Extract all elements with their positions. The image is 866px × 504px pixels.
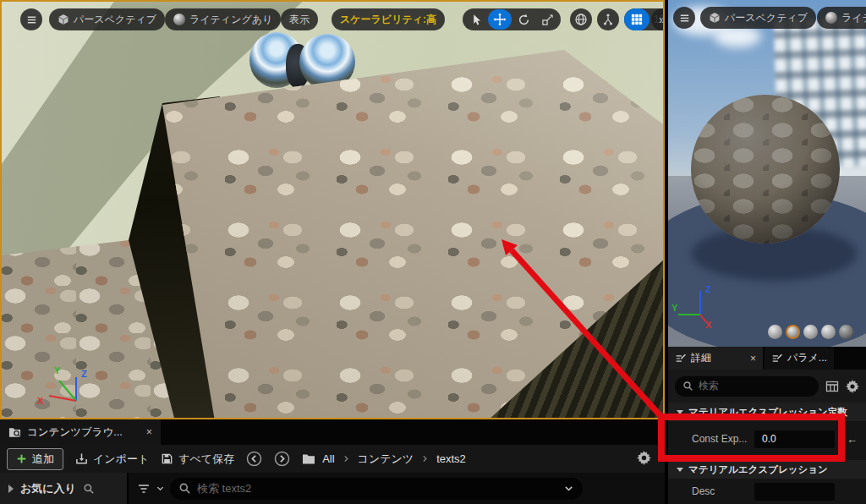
asset-search-input[interactable]: 検索 texts2 — [170, 478, 583, 500]
tab-parameters[interactable]: パラメ... — [765, 347, 834, 370]
world-space-button[interactable] — [570, 8, 592, 30]
chevron-down-icon[interactable] — [156, 484, 165, 493]
axis-y-label: Y — [54, 365, 61, 375]
breadcrumb-current[interactable]: texts2 — [436, 452, 466, 465]
breadcrumb-root[interactable]: All — [322, 452, 334, 465]
save-all-label: すべて保存 — [178, 452, 234, 467]
scalability-button[interactable]: スケーラビリティ:高 — [332, 8, 445, 30]
breadcrumb-separator-icon — [420, 454, 430, 463]
breadcrumb-separator-icon — [342, 454, 351, 463]
chevron-down-icon — [677, 468, 683, 472]
viewport-axis-gizmo: Z Y X — [32, 364, 96, 416]
import-button[interactable]: インポート — [75, 452, 149, 467]
perspective-button[interactable]: パースペクティブ — [49, 8, 165, 30]
search-icon[interactable] — [83, 483, 95, 495]
axis-y-label: Y — [671, 303, 678, 313]
details-search-input[interactable]: 検索 — [675, 376, 819, 397]
perspective-label: パースペクティブ — [74, 13, 156, 27]
search-icon — [178, 482, 191, 495]
add-button[interactable]: 追加 — [7, 448, 63, 470]
desc-label: Desc — [692, 485, 754, 497]
grid-snap-toggle[interactable] — [624, 8, 650, 30]
tab-details[interactable]: 詳細 × — [668, 347, 763, 370]
save-icon — [161, 452, 173, 465]
lit-sphere-icon — [825, 12, 837, 24]
axis-z-label: Z — [705, 284, 711, 294]
content-browser-filter-row: お気に入り 検索 texts2 — [0, 473, 665, 504]
material-preview-viewport[interactable]: Z Y X パースペクティブ ライティングあり — [668, 0, 866, 347]
content-browser-panel: コンテンツブラウ... × 追加 インポート すべて保存 All — [0, 419, 665, 504]
plus-icon — [16, 453, 27, 464]
filter-zone: 検索 texts2 — [129, 473, 665, 504]
reset-to-default-icon[interactable]: ← — [847, 433, 858, 446]
move-tool-button[interactable] — [488, 9, 512, 30]
preview-lit-button[interactable]: ライティングあり — [817, 7, 866, 29]
save-all-button[interactable]: すべて保存 — [161, 452, 234, 467]
back-button[interactable] — [246, 451, 262, 467]
rotate-icon — [518, 14, 530, 26]
preview-perspective-button[interactable]: パースペクティブ — [700, 7, 816, 29]
expander-triangle-icon[interactable] — [8, 485, 14, 493]
asset-search-placeholder: 検索 texts2 — [197, 481, 251, 496]
cursor-icon — [470, 14, 483, 26]
content-browser-settings-gear-icon[interactable] — [637, 451, 651, 465]
cube-icon — [709, 12, 721, 24]
preview-shape-mesh-button[interactable] — [839, 325, 853, 339]
close-icon[interactable]: × — [146, 426, 152, 438]
details-search-placeholder: 検索 — [699, 379, 719, 393]
tab-content-browser[interactable]: コンテンツブラウ... × — [0, 419, 161, 445]
property-matrix-icon[interactable] — [825, 380, 839, 393]
scale-icon — [541, 14, 554, 26]
content-browser-tab-label: コンテンツブラウ... — [27, 425, 123, 440]
details-icon — [771, 353, 783, 364]
show-button[interactable]: 表示 — [281, 8, 318, 30]
filter-icon[interactable] — [137, 482, 151, 496]
preview-axis-gizmo: Z Y X — [670, 281, 729, 330]
move-icon — [493, 13, 507, 26]
axis-z-label: Z — [81, 369, 87, 379]
preview-shape-cylinder-button[interactable] — [768, 325, 782, 339]
snap-icon — [601, 13, 615, 26]
close-icon[interactable]: × — [750, 353, 756, 364]
section-material-expression-constant[interactable]: マテリアルエクスプレッション定数 — [668, 403, 866, 421]
preview-shape-sphere-button[interactable] — [786, 325, 800, 339]
const-expression-value-input[interactable]: 0.0 — [754, 430, 835, 448]
material-preview-sphere[interactable] — [691, 95, 840, 244]
tab-parameters-label: パラメ... — [787, 351, 827, 365]
preview-shape-plane-button[interactable] — [803, 325, 818, 339]
preview-shape-cube-button[interactable] — [821, 325, 836, 339]
details-icon — [675, 353, 687, 364]
details-settings-gear-icon[interactable] — [846, 380, 859, 393]
unreal-editor-window: Z Y X パースペクティブ ライティングあり 表示 スケーラビリティ:高 — [0, 0, 866, 504]
lit-label: ライティングあり — [189, 13, 272, 27]
search-icon — [682, 381, 693, 392]
section-expression-label: マテリアルエクスプレッション — [688, 463, 828, 476]
surface-snap-button[interactable] — [597, 8, 619, 30]
add-label: 追加 — [32, 452, 54, 467]
axis-x-label: X — [705, 320, 712, 330]
hamburger-icon — [25, 14, 38, 26]
chevron-down-icon — [677, 410, 683, 414]
favorites-header[interactable]: お気に入り — [0, 473, 129, 504]
preview-menu-button[interactable] — [673, 7, 695, 29]
details-search-row: 検索 — [668, 370, 866, 403]
desc-value-input[interactable] — [754, 483, 835, 501]
select-tool-button[interactable] — [464, 9, 488, 30]
grid-icon — [631, 14, 643, 25]
chevron-down-icon[interactable] — [563, 483, 574, 494]
lit-mode-button[interactable]: ライティングあり — [165, 8, 281, 30]
const-expression-row: Const Exp... 0.0 ← — [668, 421, 866, 457]
globe-icon — [574, 13, 588, 26]
rotate-tool-button[interactable] — [512, 9, 535, 30]
viewport-toolbar: パースペクティブ ライティングあり 表示 スケーラビリティ:高 — [2, 2, 665, 39]
main-3d-viewport[interactable]: Z Y X パースペクティブ ライティングあり 表示 スケーラビリティ:高 — [0, 0, 665, 419]
breadcrumb-folder[interactable]: コンテンツ — [358, 452, 414, 467]
double-chevron-right-icon: » — [659, 13, 665, 26]
scalability-label: スケーラビリティ:高 — [340, 13, 436, 27]
breadcrumb: All コンテンツ texts2 — [302, 452, 466, 467]
scale-tool-button[interactable] — [535, 9, 559, 30]
preview-perspective-label: パースペクティブ — [725, 11, 808, 25]
section-material-expression[interactable]: マテリアルエクスプレッション — [668, 460, 866, 479]
viewport-menu-button[interactable] — [20, 8, 42, 30]
forward-button[interactable] — [274, 451, 290, 467]
